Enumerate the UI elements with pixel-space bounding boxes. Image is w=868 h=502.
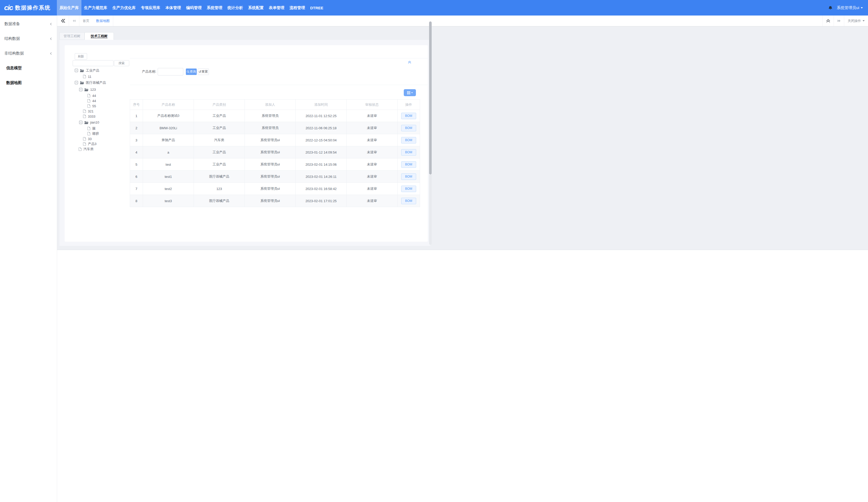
breadcrumb-bar: 首页 数据地图 关闭操作: [57, 16, 434, 27]
chevron-left-icon: [49, 22, 52, 25]
cell-index: 7: [130, 183, 143, 195]
cell-creator: 系统管理员ui: [245, 183, 296, 195]
refresh-button[interactable]: 刷新: [75, 53, 87, 60]
table-row: 2 BMW-320Li 工业产品 系统管理员 2022-11-06 06:25:…: [130, 122, 420, 134]
col-header-category: 产品类别: [194, 100, 245, 110]
collapse-minus-icon[interactable]: [75, 81, 78, 84]
collapse-minus-icon[interactable]: [79, 88, 82, 91]
tab-management-tree[interactable]: 管理工程树: [60, 32, 84, 40]
menu-item-productivity-opt[interactable]: 生产力优化库: [110, 0, 138, 16]
sidebar-item-label: 非结构数据: [4, 51, 24, 56]
bom-button[interactable]: BOM: [401, 161, 416, 168]
tree-tabs: 管理工程树 技术工程树: [60, 32, 114, 40]
tab-technical-tree[interactable]: 技术工程树: [84, 32, 114, 40]
sidebar-item-info-model[interactable]: 信息模型: [0, 61, 57, 75]
cell-actions: BOM: [397, 195, 420, 207]
menu-item-ontology[interactable]: 本体管理: [163, 0, 184, 16]
document-icon: [87, 104, 91, 108]
document-icon: [83, 142, 86, 146]
sidebar: 数据准备 结构数据 非结构数据 信息模型 数据地图: [0, 16, 57, 251]
scrollbar-thumb[interactable]: [429, 21, 432, 174]
page-tab-home[interactable]: 首页: [79, 16, 93, 26]
tree-node-folder[interactable]: jian10: [75, 119, 130, 126]
cell-status: 未送审: [347, 183, 397, 195]
menu-item-system-config[interactable]: 系统配置: [246, 0, 266, 16]
page-tab-data-map[interactable]: 数据地图: [93, 16, 113, 26]
tree-search-input[interactable]: [73, 60, 113, 66]
reset-button[interactable]: ↺ 重置: [198, 69, 209, 75]
menu-item-statistics[interactable]: 统计分析: [225, 0, 246, 16]
collapse-query-icon[interactable]: [408, 61, 411, 64]
tree-node-folder[interactable]: 医疗器械产品: [75, 79, 130, 86]
collapse-sidebar-button[interactable]: [57, 16, 69, 26]
menu-item-system-mgmt[interactable]: 系统管理: [204, 0, 225, 16]
product-table: 序号 产品名称 产品类别 添加人 添加时间 审核状态 操作 1 产品名称测试0: [130, 99, 420, 207]
menu-item-raw-production[interactable]: 原始生产库: [57, 0, 81, 16]
tree-node-label: 321: [88, 109, 94, 113]
sidebar-item-data-prep[interactable]: 数据准备: [0, 17, 57, 31]
bom-button[interactable]: BOM: [401, 137, 416, 143]
sidebar-item-structured-data[interactable]: 结构数据: [0, 31, 57, 46]
sidebar-item-data-map[interactable]: 数据地图: [0, 75, 57, 90]
menu-item-coding[interactable]: 编码管理: [184, 0, 204, 16]
page-tab-label: 首页: [83, 19, 90, 23]
rewind-icon: [72, 19, 76, 22]
cell-created-at: 2023-02-01 17:01:25: [296, 195, 347, 207]
cell-category: 123: [194, 183, 245, 195]
menu-item-productivity-spec[interactable]: 生产力规范库: [81, 0, 110, 16]
tree-node-doc[interactable]: 腿: [75, 126, 130, 131]
scrollbar-track[interactable]: [429, 174, 432, 245]
folder-icon: [84, 88, 89, 92]
tree-node-doc[interactable]: 33: [75, 136, 130, 141]
cell-name: test1: [143, 171, 194, 183]
col-header-name: 产品名称: [143, 100, 194, 110]
tree-node-doc[interactable]: 321: [75, 109, 130, 114]
tree-node-doc[interactable]: 44: [75, 98, 130, 103]
tree-node-doc[interactable]: 3333: [75, 114, 130, 119]
col-header-actions: 操作: [397, 100, 420, 110]
query-button[interactable]: 查询: [186, 69, 197, 75]
tree-node-label: 55: [92, 104, 96, 108]
tree-node-doc[interactable]: 11: [75, 74, 130, 79]
column-settings-button[interactable]: [404, 89, 416, 96]
bom-button[interactable]: BOM: [401, 173, 416, 180]
tree-node-doc[interactable]: 44: [75, 93, 130, 98]
table-row: 3 奔驰产品 汽车类 系统管理员ui 2022-12-15 04:50:04 未…: [130, 134, 420, 146]
chevron-left-icon: [49, 52, 52, 55]
sidebar-item-label: 数据地图: [6, 80, 22, 85]
menu-item-special-app[interactable]: 专项应用库: [138, 0, 163, 16]
bom-button[interactable]: BOM: [401, 125, 416, 131]
table-row: 4 a 工业产品 系统管理员ui 2023-01-12 14:09:54 未送审…: [130, 146, 420, 158]
cell-creator: 系统管理员ui: [245, 158, 296, 171]
menu-item-label: 原始生产库: [60, 6, 79, 10]
bom-button[interactable]: BOM: [401, 149, 416, 156]
bom-button[interactable]: BOM: [401, 113, 416, 119]
menu-item-process-mgmt[interactable]: 流程管理: [287, 0, 308, 16]
sidebar-item-unstructured-data[interactable]: 非结构数据: [0, 46, 57, 61]
cell-category: 工业产品: [194, 158, 245, 171]
tree-node-label: 腿: [92, 126, 96, 131]
tree-search-button[interactable]: 搜索: [114, 60, 129, 66]
content-panel: 刷新 搜索 工业产品 11: [65, 45, 428, 242]
cell-created-at: 2022-11-06 06:25:18: [296, 122, 347, 134]
tree-node-doc[interactable]: 产品3: [75, 141, 130, 146]
tree-node-folder[interactable]: 123: [75, 86, 130, 93]
cell-actions: BOM: [397, 158, 420, 171]
collapse-minus-icon[interactable]: [75, 69, 78, 72]
cell-actions: BOM: [397, 171, 420, 183]
menu-item-form-mgmt[interactable]: 表单管理: [266, 0, 287, 16]
bom-button[interactable]: BOM: [401, 198, 416, 204]
cell-creator: 系统管理员ui: [245, 134, 296, 146]
cell-created-at: 2023-01-12 14:09:54: [296, 146, 347, 158]
table-row: 7 test2 123 系统管理员ui 2023-02-01 16:58:42 …: [130, 183, 420, 195]
product-name-input[interactable]: [158, 68, 183, 75]
menu-item-dtree[interactable]: DTREE: [308, 0, 326, 16]
tree-node-doc[interactable]: 55: [75, 103, 130, 109]
bom-button[interactable]: BOM: [401, 186, 416, 192]
tree-node-folder[interactable]: 工业产品: [75, 67, 130, 74]
scroll-tabs-back-button[interactable]: [69, 16, 79, 26]
collapse-minus-icon[interactable]: [79, 121, 82, 124]
tree-node-doc[interactable]: 翅膀: [75, 131, 130, 136]
tree-node-doc[interactable]: 汽车类: [75, 146, 130, 152]
tree-node-label: jian10: [90, 121, 99, 124]
